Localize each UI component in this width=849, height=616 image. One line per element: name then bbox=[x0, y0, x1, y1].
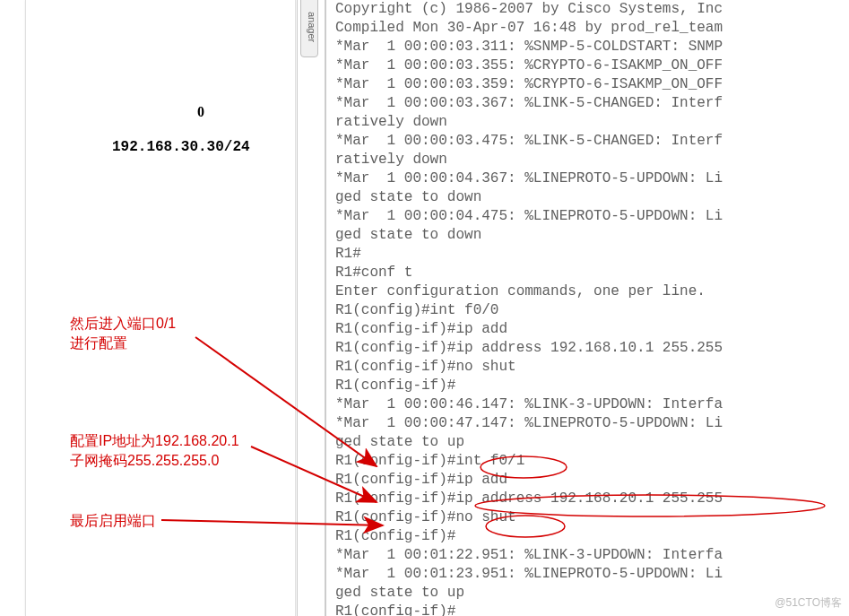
terminal-line: ged state to down bbox=[335, 226, 845, 245]
terminal-line: *Mar 1 00:00:03.355: %CRYPTO-6-ISAKMP_ON… bbox=[335, 56, 845, 75]
terminal-line: R1(config-if)#no shut bbox=[335, 358, 845, 377]
terminal-line: ratively down bbox=[335, 113, 845, 132]
terminal-output: Copyright (c) 1986-2007 by Cisco Systems… bbox=[326, 0, 849, 616]
terminal-line: *Mar 1 00:00:47.147: %LINEPROTO-5-UPDOWN… bbox=[335, 414, 845, 433]
app-root: 0 192.168.30.30/24 然后进入端口0/1 进行配置 配置IP地址… bbox=[0, 0, 849, 616]
panel-tab-manager[interactable]: anager bbox=[300, 0, 318, 57]
terminal-line: Compiled Mon 30-Apr-07 16:48 by prod_rel… bbox=[335, 19, 845, 38]
terminal-line: *Mar 1 00:00:03.367: %LINK-5-CHANGED: In… bbox=[335, 94, 845, 113]
annotation-ip: 配置IP地址为192.168.20.1 子网掩码255.255.255.0 bbox=[70, 431, 239, 472]
terminal-line: R1#conf t bbox=[335, 264, 845, 282]
terminal-line: R1(config-if)#ip address 192.168.10.1 25… bbox=[335, 339, 845, 358]
label-ip: 192.168.30.30/24 bbox=[112, 139, 250, 155]
terminal-line: *Mar 1 00:00:04.367: %LINEPROTO-5-UPDOWN… bbox=[335, 169, 845, 188]
terminal-line: R1(config-if)#no shut bbox=[335, 508, 845, 527]
terminal-line: ged state to up bbox=[335, 433, 845, 452]
terminal-line: R1(config-if)# bbox=[335, 603, 845, 616]
terminal-line: *Mar 1 00:00:04.475: %LINEPROTO-5-UPDOWN… bbox=[335, 207, 845, 226]
terminal-line: R1(config-if)#ip add bbox=[335, 320, 845, 339]
terminal-line: *Mar 1 00:00:46.147: %LINK-3-UPDOWN: Int… bbox=[335, 395, 845, 414]
annotation-enable: 最后启用端口 bbox=[70, 511, 156, 531]
terminal-line: *Mar 1 00:00:03.359: %CRYPTO-6-ISAKMP_ON… bbox=[335, 75, 845, 94]
terminal-line: R1(config-if)# bbox=[335, 377, 845, 395]
terminal-line: *Mar 1 00:01:22.951: %LINK-3-UPDOWN: Int… bbox=[335, 546, 845, 565]
terminal-line: R1(config-if)# bbox=[335, 527, 845, 546]
terminal-line: R1(config-if)#ip add bbox=[335, 471, 845, 490]
terminal-line: Copyright (c) 1986-2007 by Cisco Systems… bbox=[335, 0, 845, 19]
terminal-line: R1(config-if)#int f0/1 bbox=[335, 452, 845, 471]
terminal-line: R1(config)#int f0/0 bbox=[335, 301, 845, 320]
terminal-line: R1(config-if)#ip address 192.168.20.1 25… bbox=[335, 490, 845, 508]
document-area bbox=[25, 0, 296, 616]
terminal-line: Enter configuration commands, one per li… bbox=[335, 282, 845, 301]
left-panel: 0 192.168.30.30/24 然后进入端口0/1 进行配置 配置IP地址… bbox=[0, 0, 298, 616]
terminal-panel[interactable]: Copyright (c) 1986-2007 by Cisco Systems… bbox=[325, 0, 849, 616]
annotation-port: 然后进入端口0/1 进行配置 bbox=[70, 314, 176, 354]
terminal-line: ged state to down bbox=[335, 188, 845, 207]
terminal-line: *Mar 1 00:01:23.951: %LINEPROTO-5-UPDOWN… bbox=[335, 565, 845, 584]
terminal-line: R1# bbox=[335, 245, 845, 264]
terminal-line: *Mar 1 00:00:03.475: %LINK-5-CHANGED: In… bbox=[335, 132, 845, 151]
terminal-line: ratively down bbox=[335, 151, 845, 169]
terminal-line: ged state to up bbox=[335, 584, 845, 603]
label-zero: 0 bbox=[197, 104, 204, 120]
terminal-line: *Mar 1 00:00:03.311: %SNMP-5-COLDSTART: … bbox=[335, 38, 845, 56]
watermark-text: @51CTO博客 bbox=[775, 595, 842, 611]
